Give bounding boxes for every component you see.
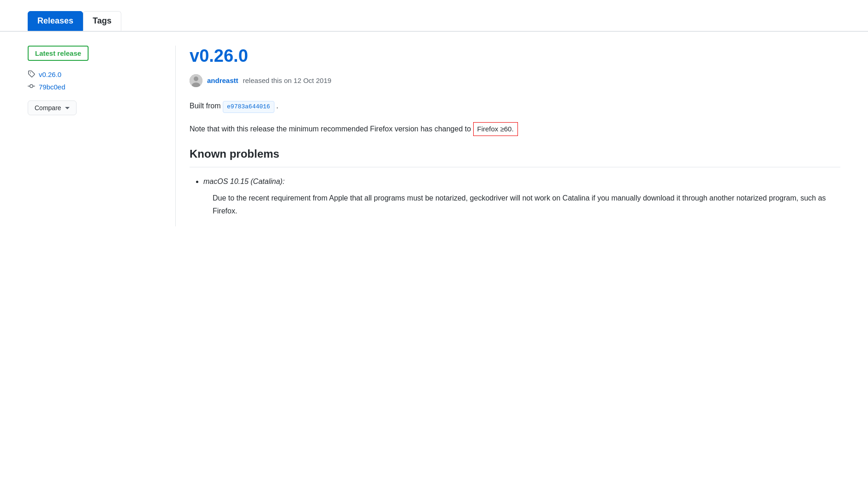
commit-meta-item: 79bc0ed [28,83,161,91]
release-meta: andreastt released this on 12 Oct 2019 [190,74,840,87]
tags-tab[interactable]: Tags [83,11,121,31]
sidebar-meta: v0.26.0 79bc0ed [28,70,161,91]
chevron-down-icon [65,107,70,109]
version-label[interactable]: v0.26.0 [39,71,61,78]
built-from-prefix: Built from [190,102,221,110]
release-body: Built from e9783a644016 . Note that with… [190,100,840,217]
note-text: Note that with this release the minimum … [190,125,471,133]
list-item-1-label: macOS 10.15 (Catalina): [203,177,285,185]
problem-detail: Due to the recent requirement from Apple… [213,192,840,217]
firefox-badge: Firefox ≥60. [473,122,518,136]
release-title: v0.26.0 [190,46,840,67]
commit-hash-link[interactable]: e9783a644016 [223,101,274,113]
release-date: released this on 12 Oct 2019 [243,77,332,84]
commit-label[interactable]: 79bc0ed [39,83,65,91]
sidebar: Latest release v0.26.0 79bc0ed [28,46,175,226]
main-layout: Latest release v0.26.0 79bc0ed [0,32,868,240]
tag-icon [28,70,35,79]
compare-label: Compare [35,104,61,112]
latest-release-badge: Latest release [28,46,89,61]
avatar-image [190,74,202,87]
avatar [190,74,202,87]
built-from-suffix: . [276,102,278,110]
releases-tab[interactable]: Releases [28,11,83,31]
known-problems-heading: Known problems [190,145,840,167]
header-tabs: Releases Tags [0,0,868,31]
commit-icon [28,83,35,91]
version-meta-item: v0.26.0 [28,70,161,79]
known-problems-list: macOS 10.15 (Catalina): Due to the recen… [190,176,840,217]
release-author[interactable]: andreastt [207,77,238,84]
list-item: macOS 10.15 (Catalina): Due to the recen… [203,176,840,217]
built-from-paragraph: Built from e9783a644016 . [190,100,840,113]
release-content: v0.26.0 andreastt released this on 12 Oc… [175,46,840,226]
compare-button[interactable]: Compare [28,100,77,115]
note-paragraph: Note that with this release the minimum … [190,122,840,136]
svg-point-1 [194,77,198,81]
